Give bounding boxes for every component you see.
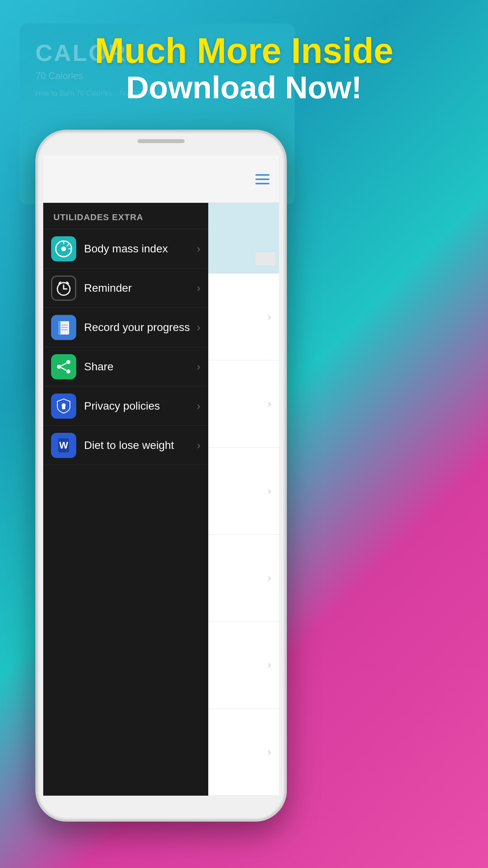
svg-text:W: W <box>59 440 68 451</box>
right-panel-row-4[interactable]: › <box>208 535 279 622</box>
hamburger-line-1 <box>255 174 270 176</box>
right-panel-image-section <box>208 203 279 274</box>
volume-up-button <box>35 211 37 234</box>
svg-point-15 <box>66 360 70 364</box>
reminder-label: Reminder <box>84 282 197 294</box>
phone-screen: UTILIDADES EXTRA Body mass index › <box>43 156 279 796</box>
drawer-item-bmi[interactable]: Body mass index › <box>43 229 208 268</box>
right-row-5-chevron: › <box>268 658 271 671</box>
svg-point-1 <box>61 246 66 251</box>
drawer-item-progress[interactable]: Record your progress › <box>43 308 208 347</box>
right-panel-row-6[interactable]: › <box>208 709 279 796</box>
svg-rect-11 <box>58 321 61 335</box>
svg-rect-21 <box>62 406 65 409</box>
scale-svg-icon <box>55 240 72 257</box>
bmi-label: Body mass index <box>84 243 197 255</box>
right-panel-widget <box>255 252 275 266</box>
shield-svg-icon <box>55 397 72 415</box>
privacy-chevron: › <box>197 400 200 412</box>
drawer-item-share[interactable]: Share › <box>43 347 208 386</box>
app-toolbar <box>43 156 279 203</box>
alarm-svg-icon <box>55 280 72 297</box>
share-chevron: › <box>197 360 200 373</box>
headline-line2: Download Now! <box>0 70 488 105</box>
top-text-area: Much More Inside Download Now! <box>0 31 488 105</box>
progress-icon <box>51 315 76 340</box>
volume-down-button <box>35 246 37 285</box>
right-panel-row-2[interactable]: › <box>208 360 279 447</box>
power-button <box>285 234 287 289</box>
svg-line-3 <box>67 243 69 246</box>
hamburger-menu-icon[interactable] <box>255 174 270 184</box>
right-panel-row-3[interactable]: › <box>208 448 279 535</box>
right-row-6-chevron: › <box>268 746 271 758</box>
right-row-3-chevron: › <box>268 485 271 497</box>
diet-label: Diet to lose weight <box>84 439 197 452</box>
svg-point-16 <box>57 365 61 369</box>
share-label: Share <box>84 360 197 373</box>
right-panel-row-5[interactable]: › <box>208 622 279 708</box>
svg-line-19 <box>61 368 66 370</box>
notebook-svg-icon <box>55 319 72 336</box>
drawer-section-label: UTILIDADES EXTRA <box>43 203 208 229</box>
drawer-bottom-fill <box>43 678 208 796</box>
privacy-label: Privacy policies <box>84 400 197 412</box>
progress-label: Record your progress <box>84 321 197 334</box>
diet-chevron: › <box>197 439 200 452</box>
phone-speaker <box>138 139 185 143</box>
right-row-2-chevron: › <box>268 397 271 410</box>
svg-point-17 <box>66 370 70 373</box>
drawer-item-reminder[interactable]: Reminder › <box>43 268 208 308</box>
privacy-icon <box>51 394 76 419</box>
headline-line1: Much More Inside <box>0 31 488 70</box>
reminder-icon <box>51 276 76 301</box>
hamburger-line-2 <box>255 178 270 180</box>
right-row-4-chevron: › <box>268 572 271 584</box>
drawer-item-privacy[interactable]: Privacy policies › <box>43 386 208 426</box>
bmi-chevron: › <box>197 243 200 255</box>
diet-icon: W <box>51 433 76 458</box>
svg-line-18 <box>61 363 66 366</box>
fork-svg-icon: W <box>55 437 72 454</box>
bmi-icon <box>51 236 76 261</box>
hamburger-line-3 <box>255 183 270 184</box>
reminder-chevron: › <box>197 282 200 294</box>
screen-right-panel: › › › › › › <box>208 203 279 796</box>
share-svg-icon <box>55 358 72 375</box>
progress-chevron: › <box>197 321 200 334</box>
share-icon <box>51 354 76 379</box>
drawer-item-diet[interactable]: W Diet to lose weight › <box>43 426 208 465</box>
right-row-1-chevron: › <box>268 311 271 323</box>
right-panel-row-1[interactable]: › <box>208 274 279 360</box>
phone-frame: UTILIDADES EXTRA Body mass index › <box>35 130 287 822</box>
